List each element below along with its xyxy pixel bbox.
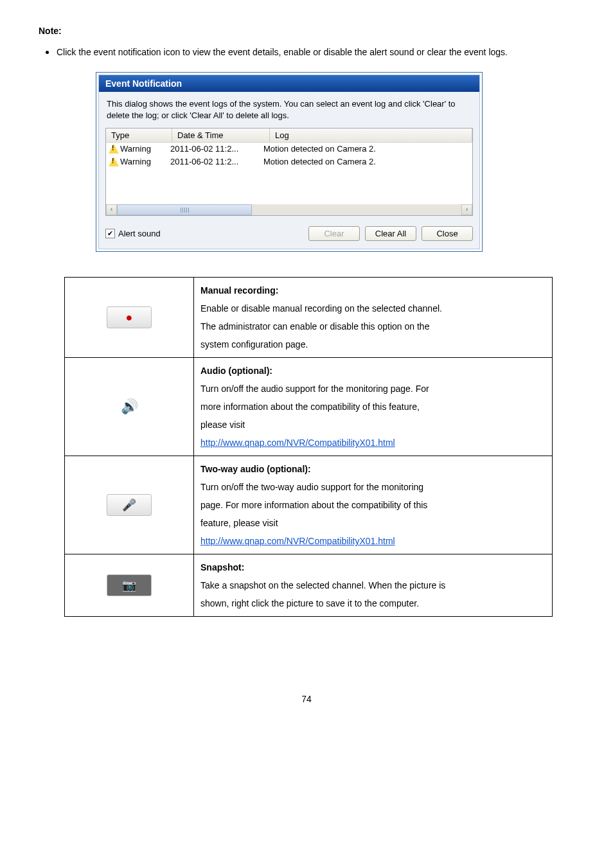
row-date: 2011-06-02 11:2... <box>168 155 261 168</box>
compatibility-link[interactable]: http://www.qnap.com/NVR/CompatibilityX01… <box>200 438 395 448</box>
note-item: Click the event notification icon to vie… <box>57 40 574 61</box>
scroll-track[interactable] <box>117 204 461 215</box>
icon-cell-record: ● <box>65 278 194 358</box>
col-header-type[interactable]: Type <box>106 128 172 142</box>
scroll-right-button[interactable]: › <box>461 204 472 215</box>
alert-sound-checkbox[interactable]: ✔ <box>105 229 115 238</box>
row-log: Motion detected on Camera 2. <box>261 155 472 168</box>
desc-cell-two-way-audio: Two-way audio (optional): Turn on/off th… <box>194 456 553 554</box>
desc-cell-snapshot: Snapshot: Take a snapshot on the selecte… <box>194 554 553 617</box>
audio-icon: 🔊 <box>121 398 138 414</box>
desc-cell-audio: Audio (optional): Turn on/off the audio … <box>194 358 553 456</box>
col-header-log[interactable]: Log <box>270 128 472 142</box>
warning-icon <box>109 157 119 166</box>
note-heading: Note: <box>39 26 574 36</box>
table-row[interactable]: Warning 2011-06-02 11:2... Motion detect… <box>106 155 472 168</box>
grid-header: Type Date & Time Log <box>106 128 472 143</box>
clear-all-button[interactable]: Clear All <box>365 226 416 241</box>
close-button[interactable]: Close <box>422 226 473 241</box>
camera-icon: 📷 <box>107 574 152 596</box>
icon-cell-audio: 🔊 <box>65 358 194 456</box>
clear-button[interactable]: Clear <box>308 226 360 241</box>
row-date: 2011-06-02 11:2... <box>168 143 261 155</box>
microphone-icon: 🎤 <box>107 494 152 516</box>
icon-cell-snapshot: 📷 <box>65 554 194 617</box>
horizontal-scrollbar[interactable]: ‹ › <box>106 204 472 215</box>
scroll-left-button[interactable]: ‹ <box>106 204 117 215</box>
page-number: 74 <box>39 694 574 704</box>
scroll-thumb[interactable] <box>117 204 252 215</box>
dialog-description: This dialog shows the event logs of the … <box>99 92 479 128</box>
row-log: Motion detected on Camera 2. <box>261 143 472 155</box>
dialog-title: Event Notification <box>99 75 479 92</box>
table-row[interactable]: Warning 2011-06-02 11:2... Motion detect… <box>106 143 472 155</box>
note-list: Click the event notification icon to vie… <box>39 40 574 61</box>
feature-description-table: ● Manual recording: Enable or disable ma… <box>64 277 553 617</box>
event-log-grid[interactable]: Type Date & Time Log Warning 2011-06-02 … <box>105 128 473 216</box>
record-icon: ● <box>107 306 152 328</box>
event-notification-dialog: Event Notification This dialog shows the… <box>96 73 482 251</box>
icon-cell-two-way-audio: 🎤 <box>65 456 194 554</box>
row-type: Warning <box>120 144 151 154</box>
warning-icon <box>109 144 119 154</box>
row-type: Warning <box>120 157 151 166</box>
compatibility-link[interactable]: http://www.qnap.com/NVR/CompatibilityX01… <box>200 536 395 546</box>
col-header-date[interactable]: Date & Time <box>172 128 270 142</box>
alert-sound-label: Alert sound <box>118 229 161 238</box>
desc-cell-record: Manual recording: Enable or disable manu… <box>194 278 553 358</box>
